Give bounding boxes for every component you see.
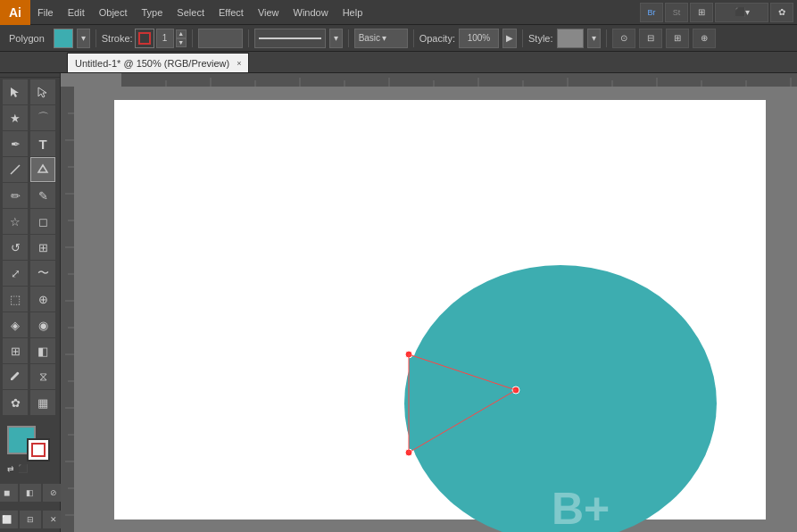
color-mode-icons: ⇄ ⬛ bbox=[7, 464, 54, 473]
separator-7 bbox=[606, 29, 607, 47]
shape-builder-tool[interactable]: ⊕ bbox=[30, 287, 55, 312]
blob-brush-tool[interactable]: ☆ bbox=[3, 209, 28, 234]
separator-2 bbox=[192, 29, 193, 47]
arrange-icon[interactable]: ⊙ bbox=[612, 29, 635, 48]
ruler-vertical bbox=[61, 87, 74, 532]
menu-view[interactable]: View bbox=[251, 0, 286, 24]
mode-icons-row: ◼ ◧ ⊘ bbox=[0, 482, 66, 503]
document-tab[interactable]: Untitled-1* @ 150% (RGB/Preview) × bbox=[67, 53, 249, 72]
eraser-tool[interactable]: ◻ bbox=[30, 209, 55, 234]
line-dropdown[interactable]: ▾ bbox=[329, 29, 343, 48]
symbol-sprayer-tool[interactable]: ✿ bbox=[3, 390, 28, 415]
screen-mode-row: ⬜ ⊟ ✕ bbox=[0, 509, 66, 530]
swap-colors-icon[interactable]: ⇄ bbox=[7, 464, 14, 473]
ruler-horizontal bbox=[121, 73, 797, 87]
gradient-tool[interactable]: ◧ bbox=[30, 338, 55, 363]
scale-tool[interactable]: ⤢ bbox=[3, 261, 28, 286]
blend-tool[interactable]: ⧖ bbox=[30, 364, 55, 389]
tools-grid: ★ ⌒ ✒ T ✏ ✎ ☆ ◻ ↺ ⊞ ⤢ 〜 ⬚ ⊕ bbox=[1, 78, 59, 417]
tab-close-button[interactable]: × bbox=[237, 59, 241, 68]
main-layout: ★ ⌒ ✒ T ✏ ✎ ☆ ◻ ↺ ⊞ ⤢ 〜 ⬚ ⊕ bbox=[0, 73, 797, 532]
menu-bar: Ai File Edit Object Type Select Effect V… bbox=[0, 0, 797, 25]
artwork-container: B+ bbox=[293, 216, 703, 528]
stroke-down[interactable]: ▼ bbox=[176, 38, 187, 47]
stroke-spinners[interactable]: ▲ ▼ bbox=[176, 29, 187, 47]
canvas-area: B+ bbox=[61, 73, 797, 532]
pencil-tool[interactable]: ✎ bbox=[30, 183, 55, 208]
fill-color-swatch[interactable] bbox=[54, 29, 73, 48]
tool-name-label: Polygon bbox=[4, 33, 50, 44]
line-tool[interactable] bbox=[3, 157, 28, 182]
separator-6 bbox=[522, 29, 523, 47]
direct-selection-tool[interactable] bbox=[30, 79, 55, 104]
fill-stroke-indicator bbox=[7, 426, 54, 461]
stroke-section: Stroke: 1 ▲ ▼ bbox=[102, 29, 187, 48]
stroke-up[interactable]: ▲ bbox=[176, 29, 187, 38]
pathfinder-icon[interactable]: ⊕ bbox=[693, 29, 716, 48]
menu-file[interactable]: File bbox=[30, 0, 61, 24]
brush-selector[interactable] bbox=[198, 29, 243, 48]
kuler-icon[interactable]: ✿ bbox=[770, 3, 793, 22]
menubar-right-icons: Br St ⊞ ⬛▾ ✿ bbox=[640, 3, 797, 22]
menu-object[interactable]: Object bbox=[92, 0, 135, 24]
fill-dropdown[interactable]: ▾ bbox=[77, 29, 90, 48]
selection-tool[interactable] bbox=[3, 79, 28, 104]
app-logo: Ai bbox=[0, 0, 30, 25]
rotate-tool[interactable]: ↺ bbox=[3, 235, 28, 260]
menu-edit[interactable]: Edit bbox=[61, 0, 92, 24]
svg-line-1 bbox=[11, 165, 20, 174]
style-dropdown[interactable]: ▾ bbox=[587, 29, 601, 48]
lasso-tool[interactable]: ⌒ bbox=[30, 105, 55, 130]
pen-tool[interactable]: ✒ bbox=[3, 131, 28, 156]
stroke-value[interactable]: 1 bbox=[156, 29, 174, 48]
free-transform-tool[interactable]: ⬚ bbox=[3, 287, 28, 312]
canvas-page[interactable]: B+ bbox=[114, 100, 766, 520]
align-icon[interactable]: ⊟ bbox=[639, 29, 662, 48]
live-paint-selection[interactable]: ◉ bbox=[30, 312, 55, 337]
stroke-swatch[interactable] bbox=[135, 29, 154, 48]
style-swatch[interactable] bbox=[557, 29, 584, 48]
stock-icon[interactable]: St bbox=[665, 3, 688, 22]
menu-help[interactable]: Help bbox=[336, 0, 370, 24]
menu-items: File Edit Object Type Select Effect View… bbox=[30, 0, 369, 24]
separator-5 bbox=[413, 29, 414, 47]
stroke-label: Stroke: bbox=[102, 33, 133, 44]
screen-mode-icon[interactable]: ⬜ bbox=[0, 511, 18, 528]
blend-mode-dropdown[interactable]: Basic ▾ bbox=[354, 29, 408, 48]
svg-rect-3 bbox=[121, 73, 797, 87]
live-paint-bucket[interactable]: ◈ bbox=[3, 312, 28, 337]
menu-window[interactable]: Window bbox=[286, 0, 336, 24]
opacity-arrow[interactable]: ▶ bbox=[502, 29, 517, 48]
tools-panel: ★ ⌒ ✒ T ✏ ✎ ☆ ◻ ↺ ⊞ ⤢ 〜 ⬚ ⊕ bbox=[0, 73, 61, 532]
opacity-value[interactable]: 100% bbox=[459, 29, 499, 48]
type-tool[interactable]: T bbox=[30, 131, 55, 156]
menu-effect[interactable]: Effect bbox=[212, 0, 251, 24]
separator-3 bbox=[248, 29, 249, 47]
transform-icon[interactable]: ⊞ bbox=[666, 29, 689, 48]
default-colors-icon[interactable]: ⬛ bbox=[18, 464, 28, 473]
tab-title: Untitled-1* @ 150% (RGB/Preview) bbox=[75, 58, 229, 69]
color-mode-icon[interactable]: ◼ bbox=[0, 484, 18, 502]
paintbrush-tool[interactable]: ✏ bbox=[3, 183, 28, 208]
bridge-icon[interactable]: Br bbox=[640, 3, 663, 22]
eyedropper-tool[interactable] bbox=[3, 364, 28, 389]
mesh-tool[interactable]: ⊞ bbox=[3, 338, 28, 363]
menu-select[interactable]: Select bbox=[170, 0, 212, 24]
svg-rect-20 bbox=[61, 87, 74, 532]
screen-mode-2-icon[interactable]: ⊟ bbox=[20, 511, 41, 528]
gradient-mode-icon[interactable]: ◧ bbox=[20, 484, 41, 502]
reflect-tool[interactable]: ⊞ bbox=[30, 235, 55, 260]
stroke-color-inner bbox=[31, 443, 46, 457]
warp-tool[interactable]: 〜 bbox=[30, 261, 55, 286]
workspace-icon[interactable]: ⊞ bbox=[690, 3, 713, 22]
canvas-watermark: B+ bbox=[552, 484, 610, 532]
blend-mode-label: Basic bbox=[359, 33, 380, 43]
stroke-color-box[interactable] bbox=[27, 438, 50, 461]
line-style-selector[interactable] bbox=[254, 29, 326, 48]
column-graph-tool[interactable]: ▦ bbox=[30, 390, 55, 415]
search-icon[interactable]: ⬛▾ bbox=[715, 3, 768, 22]
tab-bar: Untitled-1* @ 150% (RGB/Preview) × bbox=[0, 52, 797, 73]
menu-type[interactable]: Type bbox=[135, 0, 170, 24]
shape-tool[interactable] bbox=[30, 157, 55, 182]
magic-wand-tool[interactable]: ★ bbox=[3, 105, 28, 130]
